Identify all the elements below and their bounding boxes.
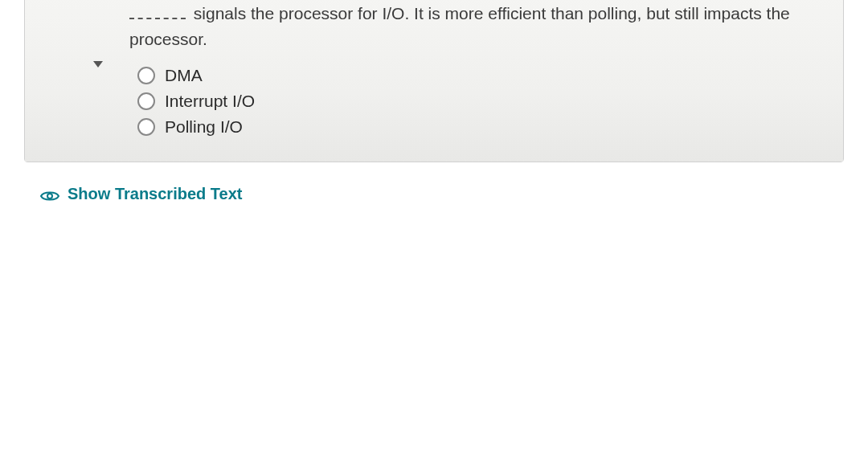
option-row[interactable]: Interrupt I/O <box>137 92 827 111</box>
option-label: Polling I/O <box>165 117 243 137</box>
page-container: signals the processor for I/O. It is mor… <box>0 0 868 203</box>
collapse-caret-icon[interactable] <box>93 61 103 68</box>
show-transcribed-label: Show Transcribed Text <box>68 185 242 203</box>
radio-icon[interactable] <box>137 118 155 136</box>
option-label: DMA <box>165 66 203 85</box>
option-row[interactable]: DMA <box>137 66 827 85</box>
option-row[interactable]: Polling I/O <box>137 117 827 137</box>
question-prompt: signals the processor for I/O. It is mor… <box>129 4 790 48</box>
radio-icon[interactable] <box>137 67 155 84</box>
radio-icon[interactable] <box>137 92 155 110</box>
svg-point-0 <box>47 194 52 198</box>
options-list: DMA Interrupt I/O Polling I/O <box>129 66 827 137</box>
show-transcribed-button[interactable]: Show Transcribed Text <box>40 185 844 203</box>
question-text: signals the processor for I/O. It is mor… <box>129 1 827 51</box>
fill-blank <box>129 18 186 19</box>
eye-icon <box>40 188 59 201</box>
question-card: signals the processor for I/O. It is mor… <box>24 0 844 162</box>
question-content: signals the processor for I/O. It is mor… <box>25 0 843 162</box>
option-label: Interrupt I/O <box>165 92 255 111</box>
